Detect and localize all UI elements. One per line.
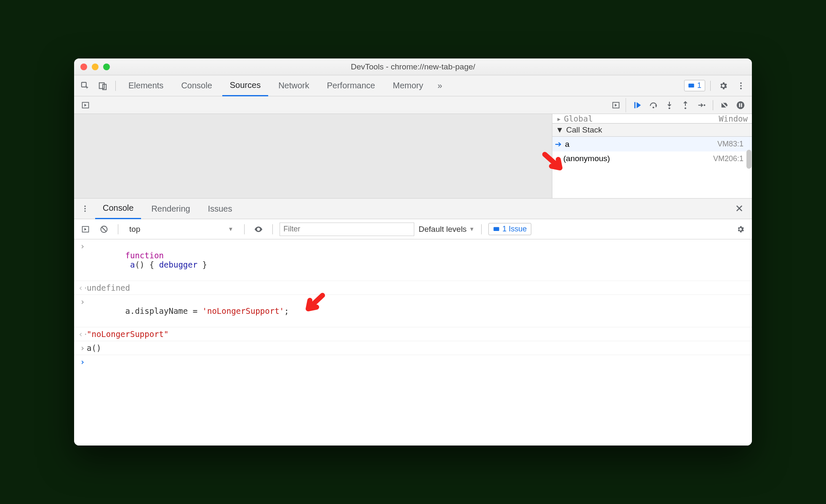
svg-rect-22 [494, 227, 499, 231]
tab-network[interactable]: Network [271, 75, 317, 96]
drawer-tab-issues[interactable]: Issues [200, 198, 240, 219]
divider [481, 224, 482, 234]
issues-count: 1 [697, 81, 701, 90]
console-input-line: › a.displayName = 'noLongerSupport'; [74, 295, 752, 327]
devtools-window: DevTools - chrome://new-tab-page/ Elemen… [74, 58, 752, 446]
svg-point-17 [84, 206, 85, 207]
pause-on-exceptions-icon[interactable] [733, 98, 748, 112]
code-text: } [197, 260, 207, 269]
input-prompt-icon: › [78, 343, 87, 353]
scope-row-global[interactable]: ▸ Global Window [552, 114, 752, 123]
titlebar: DevTools - chrome://new-tab-page/ [74, 58, 752, 75]
frame-location: VM206:1 [713, 154, 749, 163]
svg-point-14 [737, 101, 744, 109]
svg-point-10 [653, 106, 654, 108]
drawer-kebab-icon[interactable] [77, 201, 93, 216]
scrollbar-thumb[interactable] [746, 150, 751, 169]
string-literal: 'noLongerSupport' [203, 306, 284, 316]
current-frame-arrow-icon: ➔ [555, 139, 562, 149]
drawer-tab-console[interactable]: Console [95, 198, 141, 219]
drawer-tab-rendering[interactable]: Rendering [144, 198, 197, 219]
drawer-tabs: Console Rendering Issues ✕ [74, 198, 752, 219]
tab-sources[interactable]: Sources [222, 75, 268, 96]
debugger-keyword: debugger [159, 260, 198, 269]
step-over-icon[interactable] [646, 98, 661, 112]
svg-point-4 [740, 82, 742, 84]
svg-rect-0 [82, 82, 86, 87]
kebab-menu-icon[interactable] [733, 78, 749, 93]
svg-rect-15 [739, 103, 740, 107]
scope-label: Global [564, 114, 593, 123]
divider [713, 100, 713, 110]
input-prompt-icon: › [78, 297, 87, 306]
log-levels-selector[interactable]: Default levels ▼ [418, 225, 474, 234]
show-debugger-icon[interactable] [609, 98, 623, 112]
svg-point-12 [685, 107, 686, 109]
divider [115, 81, 116, 91]
string-output: "noLongerSupport" [87, 329, 168, 339]
console-input-line: › function a() { debugger } [74, 239, 752, 281]
dropdown-triangle-icon: ▼ [228, 226, 233, 232]
step-icon[interactable] [694, 98, 709, 112]
context-selector[interactable]: top ▼ [125, 222, 237, 236]
call-stack-frame-anonymous[interactable]: (anonymous) VM206:1 [552, 151, 752, 166]
filter-input[interactable] [280, 223, 414, 236]
svg-rect-1 [99, 82, 104, 88]
deactivate-breakpoints-icon[interactable] [717, 98, 732, 112]
svg-point-19 [84, 210, 85, 212]
tab-memory[interactable]: Memory [385, 75, 431, 96]
source-editor-area[interactable] [74, 114, 552, 198]
tab-elements[interactable]: Elements [121, 75, 171, 96]
dropdown-triangle-icon: ▼ [469, 226, 474, 232]
code-text: () { [135, 260, 159, 269]
clear-console-icon[interactable] [97, 222, 111, 236]
issues-pill[interactable]: 1 Issue [488, 223, 531, 235]
annotation-arrow-icon [301, 292, 327, 317]
tab-console[interactable]: Console [173, 75, 219, 96]
inspect-element-icon[interactable] [77, 78, 93, 93]
divider [244, 224, 245, 234]
step-into-icon[interactable] [662, 98, 677, 112]
sources-toolbar [74, 96, 752, 114]
console-body[interactable]: › function a() { debugger } ‹· undefined… [74, 239, 752, 446]
issues-counter[interactable]: 1 [684, 80, 705, 91]
code-text: a.displayName = [125, 306, 203, 316]
levels-label: Default levels [418, 225, 466, 234]
function-name: a [130, 260, 135, 269]
show-navigator-icon[interactable] [78, 98, 93, 112]
resume-script-icon[interactable] [630, 98, 645, 112]
call-stack-header[interactable]: ▼ Call Stack [552, 123, 752, 137]
device-toolbar-icon[interactable] [95, 78, 110, 93]
svg-point-18 [84, 208, 85, 209]
undefined-output: undefined [87, 283, 130, 292]
code-text: ; [284, 306, 289, 316]
input-prompt-icon: › [78, 241, 87, 251]
svg-rect-9 [634, 102, 636, 108]
tab-performance[interactable]: Performance [320, 75, 383, 96]
frame-name: a [565, 140, 570, 149]
console-active-prompt[interactable]: › [74, 355, 752, 369]
svg-point-6 [740, 88, 742, 89]
divider [272, 224, 273, 234]
sources-main: ▸ Global Window ▼ Call Stack ➔ a VM83:1 … [74, 114, 752, 198]
console-sidebar-toggle-icon[interactable] [78, 222, 93, 236]
keyword: function [125, 251, 164, 260]
divider [118, 224, 118, 234]
console-output-line: ‹· undefined [74, 281, 752, 295]
scope-value: Window [719, 114, 748, 123]
step-out-icon[interactable] [678, 98, 693, 112]
tabs-overflow[interactable]: » [433, 75, 446, 96]
svg-rect-3 [688, 83, 694, 87]
main-tabs: Elements Console Sources Network Perform… [74, 75, 752, 96]
svg-point-13 [703, 104, 705, 106]
settings-gear-icon[interactable] [716, 78, 731, 93]
window-title: DevTools - chrome://new-tab-page/ [74, 62, 752, 72]
drawer-close-icon[interactable]: ✕ [730, 203, 749, 215]
console-settings-gear-icon[interactable] [733, 222, 748, 236]
live-expression-eye-icon[interactable] [251, 222, 266, 236]
svg-rect-16 [741, 103, 742, 107]
annotation-arrow-icon [541, 151, 567, 176]
debugger-sidebar: ▸ Global Window ▼ Call Stack ➔ a VM83:1 … [552, 114, 752, 198]
svg-point-5 [740, 85, 742, 87]
call-stack-frame-a[interactable]: ➔ a VM83:1 [552, 137, 752, 151]
